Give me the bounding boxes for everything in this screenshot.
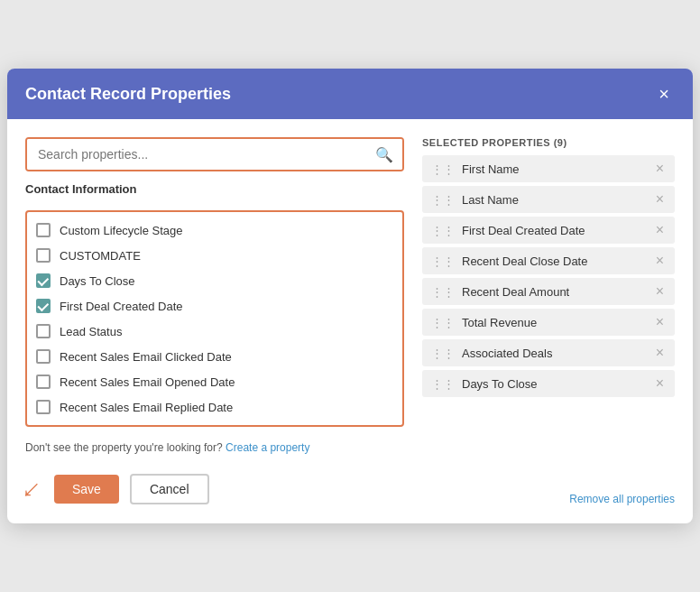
checkbox-customdate[interactable] (36, 248, 51, 263)
modal-container: Contact Record Properties × 🔍 Contact In… (7, 69, 693, 523)
cancel-button[interactable]: Cancel (130, 474, 209, 504)
footer-static-text: Don't see the property you're looking fo… (25, 441, 223, 454)
checklist-item[interactable]: Custom Lifecycle Stage (27, 217, 402, 243)
selected-item: ⋮⋮Days To Close× (422, 370, 675, 397)
checklist-item-label: Days To Close (60, 274, 135, 288)
selected-item: ⋮⋮Recent Deal Close Date× (422, 247, 675, 274)
checklist-item-label: Custom Lifecycle Stage (60, 224, 183, 237)
remove-item-button[interactable]: × (654, 284, 666, 299)
modal-body: 🔍 Contact Information Custom Lifecycle S… (7, 119, 693, 523)
selected-item: ⋮⋮Recent Deal Amount× (422, 278, 675, 305)
section-title: Contact Information (25, 182, 404, 196)
create-property-link[interactable]: Create a property (226, 441, 309, 454)
checklist-item[interactable]: Lead Status (27, 319, 402, 344)
selected-item-label: Total Revenue (462, 316, 647, 329)
checklist-item-label: Recent Sales Email Clicked Date (60, 350, 232, 364)
footer-text: Don't see the property you're looking fo… (25, 441, 404, 454)
remove-item-button[interactable]: × (654, 162, 666, 176)
checkbox-lead-status[interactable] (36, 324, 51, 338)
remove-item-button[interactable]: × (654, 346, 666, 360)
search-box: 🔍 (25, 137, 404, 171)
search-icon: 🔍 (375, 146, 393, 163)
search-input[interactable] (27, 139, 402, 170)
arrow-icon: ↓ (15, 472, 49, 505)
selected-item-label: Recent Deal Amount (462, 285, 647, 299)
close-button[interactable]: × (653, 83, 675, 105)
selected-item-label: First Name (462, 162, 647, 176)
remove-item-button[interactable]: × (654, 376, 666, 391)
checkbox-recent-sales-clicked[interactable] (36, 349, 51, 364)
checkbox-custom-lifecycle[interactable] (36, 223, 51, 237)
selected-item-label: Recent Deal Close Date (462, 254, 647, 268)
selected-item-label: Days To Close (462, 377, 647, 391)
modal-header: Contact Record Properties × (7, 69, 693, 119)
checklist-item[interactable]: First Deal Created Date (27, 293, 402, 319)
selected-item: ⋮⋮First Deal Created Date× (422, 217, 675, 244)
right-panel: SELECTED PROPERTIES (9) ⋮⋮First Name×⋮⋮L… (422, 137, 675, 505)
checklist-container: Custom Lifecycle StageCUSTOMDATEDays To … (25, 210, 404, 427)
selected-list: ⋮⋮First Name×⋮⋮Last Name×⋮⋮First Deal Cr… (422, 155, 675, 484)
selected-item: ⋮⋮Associated Deals× (422, 339, 675, 366)
drag-handle-icon[interactable]: ⋮⋮ (431, 162, 455, 176)
remove-item-button[interactable]: × (654, 223, 666, 237)
checklist-item[interactable]: Recent Sales Email Clicked Date (27, 344, 402, 369)
checklist-item[interactable]: Days To Close (27, 268, 402, 293)
modal-title: Contact Record Properties (25, 85, 231, 104)
selected-item: ⋮⋮Last Name× (422, 186, 675, 213)
checklist-item-label: Lead Status (60, 325, 122, 338)
selected-item: ⋮⋮Total Revenue× (422, 309, 675, 336)
remove-item-button[interactable]: × (654, 192, 666, 207)
checklist-item[interactable]: Recent Sales Email Replied Date (27, 394, 402, 420)
selected-item-label: First Deal Created Date (462, 224, 647, 237)
action-row: ↓ Save Cancel (25, 472, 404, 505)
checkbox-recent-sales-opened[interactable] (36, 375, 51, 389)
selected-item: ⋮⋮First Name× (422, 155, 675, 182)
remove-item-button[interactable]: × (654, 254, 666, 268)
left-panel: 🔍 Contact Information Custom Lifecycle S… (25, 137, 404, 505)
drag-handle-icon[interactable]: ⋮⋮ (431, 224, 455, 237)
selected-item-label: Last Name (462, 193, 647, 207)
checklist-item-label: CUSTOMDATE (60, 249, 141, 263)
drag-handle-icon[interactable]: ⋮⋮ (431, 285, 455, 299)
checklist-item[interactable]: CUSTOMDATE (27, 243, 402, 268)
drag-handle-icon[interactable]: ⋮⋮ (431, 193, 455, 207)
checkbox-recent-sales-replied[interactable] (36, 400, 51, 414)
checklist-item[interactable]: Recent Sales Email Opened Date (27, 369, 402, 394)
drag-handle-icon[interactable]: ⋮⋮ (431, 254, 455, 268)
drag-handle-icon[interactable]: ⋮⋮ (431, 377, 455, 391)
drag-handle-icon[interactable]: ⋮⋮ (431, 316, 455, 329)
checklist-item-label: Recent Sales Email Opened Date (60, 375, 235, 389)
selected-item-label: Associated Deals (462, 347, 647, 360)
selected-header: SELECTED PROPERTIES (9) (422, 137, 675, 148)
save-button[interactable]: Save (54, 475, 119, 504)
remove-item-button[interactable]: × (654, 315, 666, 329)
checklist-item-label: Recent Sales Email Replied Date (60, 401, 233, 414)
checkbox-days-to-close[interactable] (36, 273, 51, 288)
remove-all-link[interactable]: Remove all properties (422, 493, 675, 505)
checkbox-first-deal-created[interactable] (36, 299, 51, 313)
drag-handle-icon[interactable]: ⋮⋮ (431, 347, 455, 360)
checklist-item-label: First Deal Created Date (60, 300, 183, 313)
